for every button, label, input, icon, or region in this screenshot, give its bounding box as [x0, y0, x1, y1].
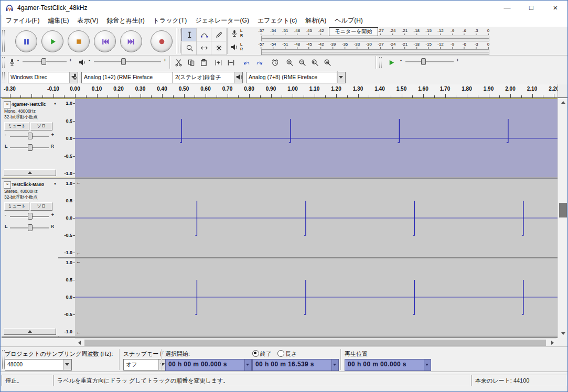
waveform-stereo-right[interactable]: ← ← [75, 258, 558, 336]
playback-device-select[interactable]: Analog (7+8) (RME Fireface [246, 72, 346, 83]
gain-slider[interactable]: - + [5, 212, 54, 220]
audio-host-select[interactable]: Windows Direc [8, 72, 78, 83]
zoom-tool-button[interactable] [181, 41, 197, 55]
fit-project-button[interactable] [321, 57, 334, 69]
menu-item-8[interactable]: ヘルプ(H) [330, 15, 367, 26]
scroll-down-button[interactable] [558, 329, 568, 338]
play-at-speed-toolbar-grip[interactable] [379, 57, 382, 68]
scroll-up-button[interactable] [558, 98, 568, 107]
slider-min-label: - [89, 58, 90, 63]
play-position-field[interactable]: 00 h 00 m 00.000 s [345, 359, 431, 371]
menu-item-4[interactable]: トラック(T) [149, 15, 191, 26]
track-menu-dropdown-icon[interactable]: ▼ [53, 182, 57, 186]
zoom-out-button[interactable] [296, 57, 308, 69]
selection-start-field[interactable]: 00 h 00 m 00.000 s [165, 359, 252, 371]
collapse-button[interactable] [4, 169, 56, 176]
double-arrow-icon [200, 44, 208, 52]
rate-select[interactable]: 48000 [5, 359, 72, 371]
selection-tool-button[interactable] [181, 28, 197, 42]
play-button[interactable] [41, 30, 63, 52]
horizontal-scrollbar[interactable] [75, 338, 556, 347]
scroll-right-button[interactable] [548, 339, 556, 347]
track-title[interactable]: TestClick-Man0 [12, 182, 49, 187]
collapse-button[interactable] [4, 328, 56, 335]
length-radio[interactable] [277, 350, 284, 357]
menu-item-2[interactable]: 表示(V) [73, 15, 102, 26]
playback-volume-slider[interactable]: - + [89, 58, 166, 65]
timeline-ruler[interactable]: -0.30-0.100.000.100.200.300.400.500.600.… [1, 84, 558, 98]
maximize-button[interactable]: □ [519, 1, 543, 15]
tools-toolbar-grip[interactable] [178, 29, 180, 53]
zoom-in-button[interactable] [284, 57, 296, 69]
multi-tool-button[interactable] [211, 41, 227, 55]
copy-button[interactable] [185, 57, 197, 69]
track-close-button[interactable]: × [4, 101, 11, 108]
recording-volume-slider[interactable]: - + [17, 58, 72, 65]
start-monitoring-button[interactable]: モニターを開始 [329, 27, 378, 36]
skip-to-end-button[interactable] [120, 30, 142, 52]
vertical-scroll-thumb[interactable] [559, 203, 567, 217]
playback-meter-scale[interactable]: -57-54-51-48-45-42-39-36-33-30-27-24-21-… [261, 42, 488, 49]
ruler-tick [249, 94, 250, 97]
undo-button[interactable] [241, 57, 253, 69]
gain-slider[interactable]: - + [5, 132, 54, 139]
timefield-dropdown-icon[interactable] [331, 360, 338, 371]
track-title[interactable]: 4gamer-TestClic [12, 102, 49, 107]
record-button[interactable] [151, 30, 173, 52]
redo-button[interactable] [253, 57, 265, 69]
track-close-button[interactable]: × [4, 181, 11, 189]
vertical-scrollbar[interactable] [558, 98, 568, 338]
device-toolbar-grip[interactable] [2, 72, 5, 82]
draw-tool-button[interactable] [211, 28, 227, 42]
waveform-stereo-left[interactable]: ← ← [75, 179, 558, 257]
snap-label: スナップモード [123, 350, 165, 358]
mixer-toolbar-grip[interactable] [2, 57, 5, 68]
menu-item-6[interactable]: エフェクト(c) [253, 15, 301, 26]
pause-button[interactable] [15, 30, 37, 52]
horizontal-scroll-thumb[interactable] [84, 340, 546, 346]
track-menu-dropdown-icon[interactable]: ▼ [53, 102, 57, 105]
pan-slider[interactable]: L R [5, 224, 54, 231]
menu-item-0[interactable]: ファイル(F) [2, 15, 44, 26]
timefield-dropdown-icon[interactable] [424, 360, 431, 371]
menu-item-1[interactable]: 編集(E) [44, 15, 73, 26]
stop-icon [74, 37, 83, 46]
amplitude-label: 0.0 [66, 215, 72, 221]
length-radio-label[interactable]: 長さ [285, 350, 297, 358]
play-speed-slider[interactable]: - + [400, 58, 459, 65]
status-bar: 停止。 ラベルを垂直方向にドラッ グしてトラックの順番を変更します。 本来のレー… [1, 372, 567, 392]
end-radio[interactable] [252, 350, 259, 357]
envelope-tool-button[interactable] [196, 28, 212, 42]
toolbar-separator [176, 28, 177, 54]
pan-slider[interactable]: L R [5, 144, 54, 151]
close-button[interactable]: × [543, 1, 567, 15]
play-at-speed-button[interactable] [385, 57, 398, 69]
menu-item-5[interactable]: ジェネレーター(G) [191, 15, 253, 26]
menu-item-7[interactable]: 解析(A) [301, 15, 330, 26]
stop-button[interactable] [68, 30, 90, 52]
menu-item-3[interactable]: 録音と再生(r) [102, 15, 148, 26]
solo-button[interactable]: ソロ [30, 122, 52, 130]
fit-selection-button[interactable] [309, 57, 321, 69]
trim-outside-selection-button[interactable] [212, 57, 224, 69]
cut-button[interactable] [173, 57, 185, 69]
transport-toolbar-grip[interactable] [2, 30, 5, 52]
timefield-dropdown-icon[interactable] [244, 360, 251, 371]
sync-lock-button[interactable] [269, 57, 281, 69]
selection-end-field[interactable]: 00 h 00 m 16.539 s [252, 359, 339, 371]
waveform-mono[interactable] [75, 99, 558, 178]
solo-button[interactable]: ソロ [30, 202, 52, 211]
mute-button[interactable]: ミュート [4, 122, 29, 130]
end-radio-label[interactable]: 終了 [260, 350, 272, 358]
time-shift-tool-button[interactable] [196, 41, 212, 55]
mute-button[interactable]: ミュート [4, 202, 29, 211]
paste-button[interactable] [198, 57, 210, 69]
minimize-button[interactable]: — [495, 1, 519, 15]
silence-selection-button[interactable] [225, 57, 237, 69]
recording-device-select[interactable]: Analog (1+2) (RME Fireface [81, 72, 182, 83]
recording-channels-select[interactable]: 2(ステレオ)録音チ [173, 72, 243, 83]
skip-to-start-button[interactable] [94, 30, 116, 52]
play-position-value: 00 h 00 m 00.000 s [348, 361, 406, 368]
scissors-icon [175, 59, 183, 67]
scroll-left-button[interactable] [75, 339, 83, 347]
